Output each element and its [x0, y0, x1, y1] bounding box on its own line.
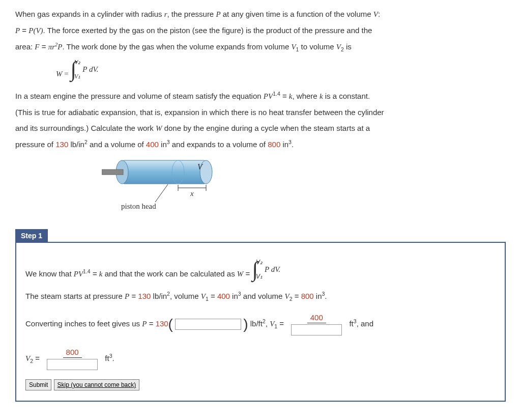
val-v1: 400: [146, 140, 159, 149]
frac-num-800: 800: [63, 348, 82, 358]
text: , where: [293, 92, 320, 100]
unit: lb/ft: [248, 319, 263, 328]
period: .: [325, 292, 327, 300]
eq: =: [129, 292, 138, 300]
var-v2: V: [336, 43, 341, 51]
int-upper: V₂: [256, 259, 263, 265]
text: In a steam engine the pressure and volum…: [15, 92, 264, 100]
var-p: P: [15, 26, 20, 35]
expr-pv: P(V): [28, 26, 43, 35]
var-k: k: [99, 270, 103, 278]
eq: =: [243, 269, 252, 278]
unit: in: [314, 292, 322, 300]
int-lower: V₁: [256, 273, 263, 279]
var-w: W: [237, 270, 244, 278]
text: is a constant.: [323, 92, 370, 100]
expr-pv14: PV: [264, 92, 273, 100]
skip-button[interactable]: Skip (you cannot come back): [54, 379, 140, 390]
button-row: Submit Skip (you cannot come back): [25, 379, 496, 390]
text: pressure of: [15, 140, 55, 149]
answer-pressure-input[interactable]: [175, 319, 241, 330]
unit: in: [159, 140, 167, 149]
var-k: k: [289, 92, 293, 100]
cylinder-diagram: V x piston head: [102, 156, 506, 214]
var-p: P: [125, 292, 129, 300]
pi-r2: πr: [48, 43, 55, 51]
text: The steam starts at pressure: [25, 292, 125, 300]
label-x: x: [190, 189, 194, 198]
var-k2: k: [320, 92, 323, 100]
step1-header: Step 1: [15, 229, 48, 242]
svg-rect-0: [122, 160, 206, 184]
unit: lb/in: [151, 292, 167, 300]
var-v2: V: [25, 354, 30, 362]
val-pressure: 130: [55, 140, 68, 149]
step1-body: We know that PV1.4 = k and that the work…: [15, 242, 506, 402]
text: and volume: [241, 292, 285, 300]
eq: =: [293, 292, 301, 300]
text: , and: [357, 319, 373, 328]
paren-l: (: [168, 316, 173, 332]
eq: =: [33, 354, 42, 362]
period: .: [292, 140, 294, 149]
work-integral: W = ∫ V₂ V₁ P dV.: [56, 59, 506, 81]
unit: lb/in: [68, 140, 84, 149]
paren-r: ): [243, 316, 248, 332]
int-lower: V₁: [74, 73, 80, 79]
var-v1: V: [270, 320, 274, 328]
answer-v1-denom-input[interactable]: [291, 324, 342, 335]
eq: =: [277, 319, 286, 328]
unit: in: [230, 292, 238, 300]
p-dv: P dV.: [265, 265, 280, 274]
text: =: [20, 26, 28, 35]
var-v1: V: [291, 43, 296, 51]
eq: =: [40, 42, 48, 51]
comma: ,: [266, 319, 270, 328]
svg-line-8: [155, 184, 168, 202]
text: . The work done by the gas when the volu…: [62, 42, 291, 51]
eq: =: [91, 269, 99, 278]
var-w: W: [156, 124, 162, 132]
val-130: 130: [156, 319, 168, 328]
text: and expands to a volume of: [170, 140, 268, 149]
text: Converting inches to feet gives us: [25, 319, 142, 328]
text: area:: [15, 42, 35, 51]
var-w: W: [56, 70, 63, 78]
problem-statement: When gas expands in a cylinder with radi…: [15, 7, 506, 151]
answer-v2-denom-input[interactable]: [47, 359, 98, 370]
eq: =: [64, 70, 70, 78]
frac-num-400: 400: [307, 313, 326, 323]
text: (This is true for adiabatic expansion, t…: [15, 105, 506, 119]
var-v1: V: [201, 292, 206, 300]
p-dv: P dV.: [82, 63, 98, 76]
text: is: [344, 42, 352, 51]
text: , the pressure: [167, 10, 216, 18]
submit-button[interactable]: Submit: [25, 379, 51, 390]
step-container: Step 1 We know that PV1.4 = k and that t…: [15, 229, 506, 402]
exp-14: 1.4: [273, 91, 280, 97]
eq: =: [147, 319, 155, 328]
val-v1: 400: [217, 292, 230, 300]
text: When gas expands in a cylinder with radi…: [15, 10, 164, 18]
val-p: 130: [138, 292, 151, 300]
text: at any given time is a function of the v…: [221, 10, 373, 18]
unit: ft: [349, 319, 353, 328]
var-v2: V: [285, 292, 290, 300]
text: done by the engine during a cycle when t…: [162, 124, 370, 132]
text: and that the work can be calculated as: [103, 269, 237, 278]
val-v2: 800: [268, 140, 280, 149]
page-root: When gas expands in a cylinder with radi…: [0, 0, 521, 417]
text: and a volume of: [88, 140, 146, 149]
unit: in: [280, 140, 288, 149]
val-v2: 800: [301, 292, 314, 300]
eq: =: [280, 92, 289, 100]
text: We know that: [25, 269, 74, 278]
var-f: F: [35, 43, 39, 51]
eq: =: [209, 292, 217, 300]
int-upper: V₂: [74, 59, 80, 65]
exp-14: 1.4: [83, 268, 91, 274]
text: . The force exerted by the gas on the pi…: [43, 26, 372, 35]
svg-rect-3: [102, 170, 123, 175]
period: .: [112, 354, 114, 362]
var-v: V: [373, 10, 378, 18]
